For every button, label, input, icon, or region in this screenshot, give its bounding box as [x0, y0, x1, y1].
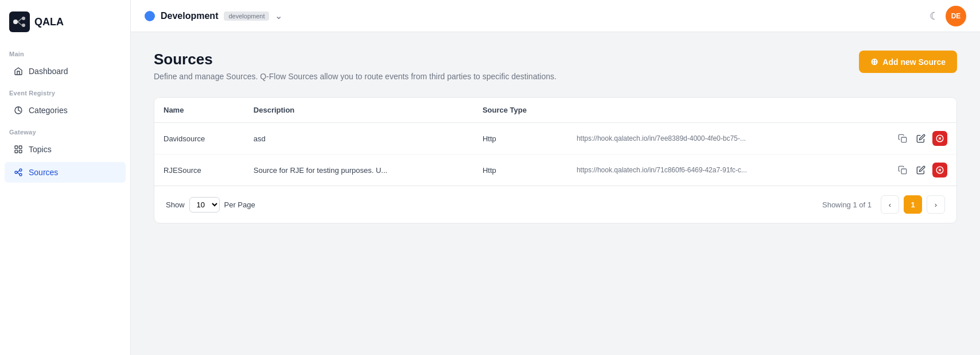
- section-label-main: Main: [0, 44, 130, 60]
- svg-rect-0: [9, 11, 30, 32]
- categories-icon: [14, 106, 23, 115]
- row-2-url: https://hook.qalatech.io/in/71c860f6-646…: [567, 155, 851, 186]
- dark-mode-icon[interactable]: ☾: [930, 10, 939, 22]
- content-area: Sources Define and manage Sources. Q-Flo…: [131, 32, 980, 355]
- delete-icon: [936, 134, 944, 142]
- topbar: Development development ⌄ ☾ DE: [131, 0, 980, 32]
- logo-text: QALA: [34, 16, 64, 28]
- qala-logo: [9, 11, 30, 32]
- copy-button-2[interactable]: [896, 163, 909, 177]
- svg-point-12: [20, 169, 22, 171]
- table-row: Davidsource asd Http https://hook.qalate…: [154, 123, 956, 155]
- page-title-group: Sources Define and manage Sources. Q-Flo…: [154, 51, 557, 81]
- svg-rect-20: [901, 169, 907, 174]
- row-1-name: Davidsource: [154, 123, 244, 155]
- avatar[interactable]: DE: [946, 6, 966, 26]
- edit-icon: [916, 165, 925, 175]
- svg-point-2: [22, 17, 25, 20]
- sidebar-item-topics[interactable]: Topics: [5, 139, 126, 160]
- table-body: Davidsource asd Http https://hook.qalate…: [154, 123, 956, 186]
- svg-point-13: [20, 173, 22, 176]
- row-1-url: https://hook.qalatech.io/in/7ee8389d-400…: [567, 123, 851, 155]
- sidebar-item-categories[interactable]: Categories: [5, 100, 126, 121]
- sidebar-item-sources-label: Sources: [29, 168, 58, 177]
- col-name: Name: [154, 98, 244, 123]
- edit-button-1[interactable]: [914, 132, 928, 145]
- delete-button-1[interactable]: [932, 131, 947, 146]
- sidebar-item-dashboard[interactable]: Dashboard: [5, 61, 126, 82]
- home-icon: [14, 67, 23, 76]
- action-cell-1: [860, 131, 947, 146]
- showing-text: Showing 1 of 1: [822, 200, 872, 209]
- svg-rect-7: [15, 146, 18, 149]
- delete-button-2[interactable]: [932, 163, 947, 178]
- svg-rect-10: [19, 150, 22, 153]
- section-label-gateway: Gateway: [0, 122, 130, 138]
- sources-table-card: Name Description Source Type Davidsource…: [154, 97, 957, 223]
- table-header-row: Name Description Source Type: [154, 98, 956, 123]
- add-source-label: Add new Source: [882, 57, 946, 67]
- row-1-source-type: Http: [473, 123, 567, 155]
- svg-line-14: [17, 171, 20, 172]
- row-1-description: asd: [244, 123, 473, 155]
- page-subtitle: Define and manage Sources. Q-Flow Source…: [154, 72, 557, 81]
- logo-area: QALA: [0, 0, 130, 44]
- copy-icon: [898, 134, 907, 143]
- sidebar-item-categories-label: Categories: [29, 106, 68, 115]
- show-label: Show: [166, 200, 185, 209]
- svg-rect-16: [901, 137, 907, 142]
- per-page-group: Show 10 25 50 Per Page: [166, 197, 255, 213]
- section-label-event-registry: Event Registry: [0, 83, 130, 99]
- pagination-right: Showing 1 of 1 ‹ 1 ›: [822, 195, 945, 214]
- col-actions: [851, 98, 956, 123]
- row-2-actions: [851, 155, 956, 186]
- topbar-right: ☾ DE: [930, 6, 966, 26]
- action-cell-2: [860, 163, 947, 178]
- main-area: Development development ⌄ ☾ DE Sources D…: [131, 0, 980, 355]
- sources-table: Name Description Source Type Davidsource…: [154, 98, 956, 186]
- edit-button-2[interactable]: [914, 163, 928, 177]
- svg-point-11: [15, 171, 17, 173]
- col-url: [567, 98, 851, 123]
- page-header: Sources Define and manage Sources. Q-Flo…: [154, 51, 957, 81]
- plus-icon: ⊕: [870, 56, 878, 67]
- env-name: Development: [161, 11, 218, 21]
- env-badge: development: [224, 11, 269, 21]
- sidebar: QALA Main Dashboard Event Registry Categ…: [0, 0, 131, 355]
- col-source-type: Source Type: [473, 98, 567, 123]
- copy-icon: [898, 165, 907, 175]
- svg-point-1: [13, 20, 18, 24]
- row-2-description: Source for RJE for testing purposes. U..…: [244, 155, 473, 186]
- next-page-button[interactable]: ›: [927, 195, 945, 214]
- add-source-button[interactable]: ⊕ Add new Source: [859, 51, 957, 73]
- sidebar-item-dashboard-label: Dashboard: [29, 67, 68, 76]
- topbar-left: Development development ⌄: [145, 10, 282, 21]
- per-page-select[interactable]: 10 25 50: [189, 197, 220, 213]
- row-2-source-type: Http: [473, 155, 567, 186]
- edit-icon: [916, 134, 925, 143]
- topics-icon: [14, 145, 23, 154]
- sidebar-item-sources[interactable]: Sources: [5, 162, 126, 183]
- chevron-down-icon[interactable]: ⌄: [275, 10, 282, 21]
- copy-button-1[interactable]: [896, 132, 909, 145]
- col-description: Description: [244, 98, 473, 123]
- svg-rect-9: [15, 150, 18, 153]
- table-head: Name Description Source Type: [154, 98, 956, 123]
- delete-icon: [936, 166, 944, 174]
- row-2-name: RJESource: [154, 155, 244, 186]
- pagination-bar: Show 10 25 50 Per Page Showing 1 of 1 ‹ …: [154, 186, 956, 223]
- table-row: RJESource Source for RJE for testing pur…: [154, 155, 956, 186]
- prev-page-button[interactable]: ‹: [881, 195, 899, 214]
- sidebar-item-topics-label: Topics: [29, 145, 52, 154]
- svg-rect-8: [19, 146, 22, 149]
- page-title: Sources: [154, 51, 557, 68]
- sources-icon: [14, 168, 23, 177]
- per-page-label: Per Page: [224, 200, 255, 209]
- svg-line-15: [17, 172, 20, 174]
- page-1-button[interactable]: 1: [904, 195, 922, 214]
- svg-point-3: [22, 24, 25, 27]
- env-dot: [145, 11, 155, 21]
- row-1-actions: [851, 123, 956, 155]
